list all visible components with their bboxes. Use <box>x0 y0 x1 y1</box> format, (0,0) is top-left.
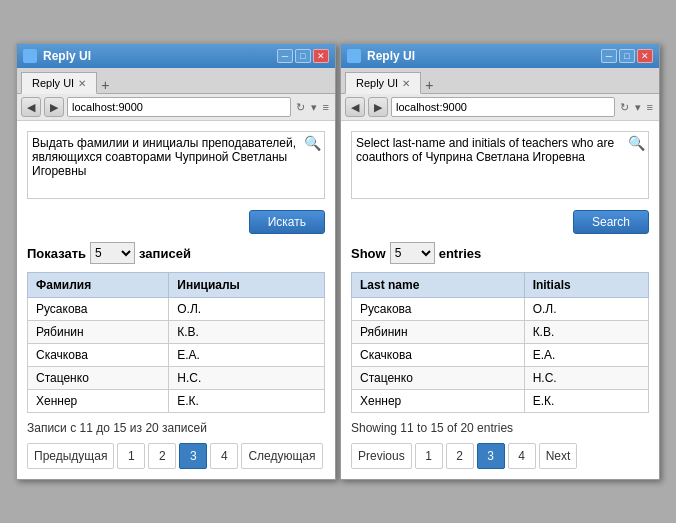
page-button-3-right[interactable]: 3 <box>477 443 505 469</box>
query-textarea-left[interactable]: Выдать фамилии и инициалы преподавателей… <box>27 131 325 199</box>
chevron-down-icon-right[interactable]: ▾ <box>633 101 643 114</box>
table-row: РусаковаО.Л. <box>352 298 649 321</box>
title-bar-buttons-left: ─ □ ✕ <box>277 49 329 63</box>
entries-select-left[interactable]: 5 10 25 <box>90 242 135 264</box>
window-title-left: Reply UI <box>43 49 271 63</box>
tab-label-left: Reply UI <box>32 77 74 89</box>
page-button-4-left[interactable]: 4 <box>210 443 238 469</box>
window-icon-left <box>23 49 37 63</box>
address-bar-right: ◀ ▶ ↻ ▾ ≡ <box>341 94 659 121</box>
address-icons-right: ↻ ▾ ≡ <box>618 101 655 114</box>
table-cell: Рябинин <box>352 321 525 344</box>
title-bar-buttons-right: ─ □ ✕ <box>601 49 653 63</box>
address-input-right[interactable] <box>391 97 615 117</box>
window-title-right: Reply UI <box>367 49 595 63</box>
table-cell: Н.С. <box>169 367 325 390</box>
page-button-1-left[interactable]: 1 <box>117 443 145 469</box>
back-button-right[interactable]: ◀ <box>345 97 365 117</box>
table-row: ХеннерЕ.К. <box>352 390 649 413</box>
table-row: ХеннерЕ.К. <box>28 390 325 413</box>
status-text-right: Showing 11 to 15 of 20 entries <box>351 421 649 435</box>
title-bar-left: Reply UI ─ □ ✕ <box>17 44 335 68</box>
table-header-right: Initials <box>524 273 648 298</box>
table-cell: Е.К. <box>524 390 648 413</box>
table-cell: К.В. <box>169 321 325 344</box>
more-icon-left[interactable]: ≡ <box>321 101 331 113</box>
show-entries-row-right: Show 5 10 25 entries <box>351 242 649 264</box>
page-button-4-right[interactable]: 4 <box>508 443 536 469</box>
table-cell: О.Л. <box>524 298 648 321</box>
maximize-button-right[interactable]: □ <box>619 49 635 63</box>
entries-select-right[interactable]: 5 10 25 <box>390 242 435 264</box>
table-row: РябининК.В. <box>352 321 649 344</box>
minimize-button-right[interactable]: ─ <box>601 49 617 63</box>
refresh-icon-right[interactable]: ↻ <box>618 101 631 114</box>
query-textarea-right[interactable]: Select last-name and initials of teacher… <box>351 131 649 199</box>
tab-bar-left: Reply UI ✕ + <box>17 68 335 94</box>
tab-close-icon-left[interactable]: ✕ <box>78 78 86 89</box>
table-cell: Русакова <box>352 298 525 321</box>
more-icon-right[interactable]: ≡ <box>645 101 655 113</box>
minimize-button-left[interactable]: ─ <box>277 49 293 63</box>
table-cell: Е.А. <box>524 344 648 367</box>
table-header-left: Инициалы <box>169 273 325 298</box>
page-button-2-left[interactable]: 2 <box>148 443 176 469</box>
next-button-left[interactable]: Следующая <box>241 443 322 469</box>
pagination-left: Предыдущая 1234Следующая <box>27 443 325 469</box>
search-button-right[interactable]: Search <box>573 210 649 234</box>
show-label-left: Показать <box>27 246 86 261</box>
search-button-left[interactable]: Искать <box>249 210 325 234</box>
window-left: Reply UI ─ □ ✕ Reply UI ✕ + ◀ ▶ ↻ ▾ ≡ В <box>16 43 336 480</box>
search-icon-button-right[interactable]: 🔍 <box>628 135 645 151</box>
back-button-left[interactable]: ◀ <box>21 97 41 117</box>
table-row: СкачковаЕ.А. <box>352 344 649 367</box>
address-bar-left: ◀ ▶ ↻ ▾ ≡ <box>17 94 335 121</box>
table-cell: Хеннер <box>352 390 525 413</box>
new-tab-button-left[interactable]: + <box>97 77 113 93</box>
table-row: РусаковаО.Л. <box>28 298 325 321</box>
title-bar-right: Reply UI ─ □ ✕ <box>341 44 659 68</box>
table-cell: Е.К. <box>169 390 325 413</box>
content-right: Select last-name and initials of teacher… <box>341 121 659 479</box>
prev-button-left[interactable]: Предыдущая <box>27 443 114 469</box>
search-icon-button-left[interactable]: 🔍 <box>304 135 321 151</box>
refresh-icon-left[interactable]: ↻ <box>294 101 307 114</box>
show-label-right: Show <box>351 246 386 261</box>
prev-button-right[interactable]: Previous <box>351 443 412 469</box>
entries-label-right: entries <box>439 246 482 261</box>
page-button-1-right[interactable]: 1 <box>415 443 443 469</box>
maximize-button-left[interactable]: □ <box>295 49 311 63</box>
address-input-left[interactable] <box>67 97 291 117</box>
table-cell: Скачкова <box>352 344 525 367</box>
next-button-right[interactable]: Next <box>539 443 578 469</box>
new-tab-button-right[interactable]: + <box>421 77 437 93</box>
page-button-2-right[interactable]: 2 <box>446 443 474 469</box>
address-icons-left: ↻ ▾ ≡ <box>294 101 331 114</box>
table-row: РябининК.В. <box>28 321 325 344</box>
forward-button-right[interactable]: ▶ <box>368 97 388 117</box>
tab-right[interactable]: Reply UI ✕ <box>345 72 421 94</box>
close-button-right[interactable]: ✕ <box>637 49 653 63</box>
table-cell: Е.А. <box>169 344 325 367</box>
show-entries-row-left: Показать 5 10 25 записей <box>27 242 325 264</box>
tab-bar-right: Reply UI ✕ + <box>341 68 659 94</box>
tab-close-icon-right[interactable]: ✕ <box>402 78 410 89</box>
tab-left[interactable]: Reply UI ✕ <box>21 72 97 94</box>
data-table-right: Last nameInitialsРусаковаО.Л.РябининК.В.… <box>351 272 649 413</box>
table-cell: Стаценко <box>28 367 169 390</box>
forward-button-left[interactable]: ▶ <box>44 97 64 117</box>
query-area-right: Select last-name and initials of teacher… <box>351 131 649 202</box>
close-button-left[interactable]: ✕ <box>313 49 329 63</box>
window-icon-right <box>347 49 361 63</box>
search-button-row-left: Искать <box>27 210 325 234</box>
chevron-down-icon-left[interactable]: ▾ <box>309 101 319 114</box>
table-header-right: Last name <box>352 273 525 298</box>
table-cell: Хеннер <box>28 390 169 413</box>
table-cell: К.В. <box>524 321 648 344</box>
table-cell: Н.С. <box>524 367 648 390</box>
query-area-left: Выдать фамилии и инициалы преподавателей… <box>27 131 325 202</box>
table-row: СтаценкоН.С. <box>352 367 649 390</box>
table-cell: Стаценко <box>352 367 525 390</box>
windows-container: Reply UI ─ □ ✕ Reply UI ✕ + ◀ ▶ ↻ ▾ ≡ В <box>12 39 664 484</box>
page-button-3-left[interactable]: 3 <box>179 443 207 469</box>
